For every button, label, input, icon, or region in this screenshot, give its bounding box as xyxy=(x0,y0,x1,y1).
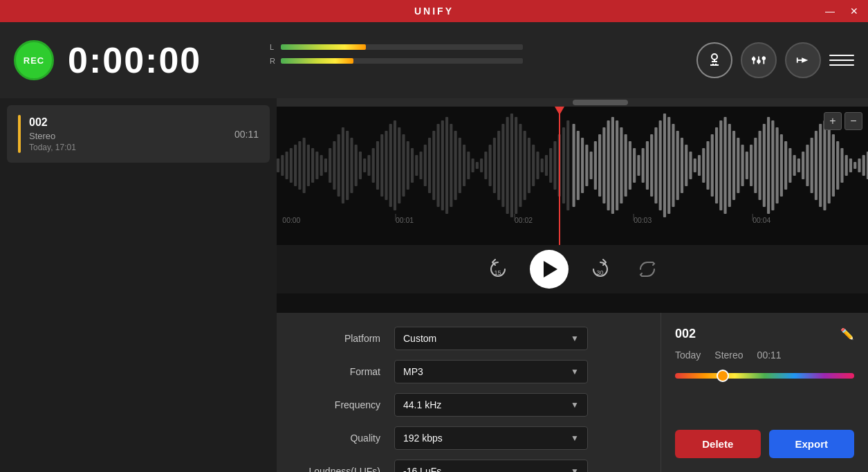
output-button[interactable] xyxy=(785,42,821,78)
svg-rect-29 xyxy=(338,134,340,197)
frequency-label: Frequency xyxy=(297,399,380,410)
svg-rect-42 xyxy=(394,120,396,210)
svg-rect-44 xyxy=(402,134,405,197)
eq-button[interactable] xyxy=(741,42,777,78)
svg-rect-75 xyxy=(536,152,539,179)
zoom-out-button[interactable]: − xyxy=(844,112,862,130)
svg-point-11 xyxy=(763,57,766,60)
skip-back-15-button[interactable]: 15 xyxy=(483,254,513,284)
rec-button[interactable]: REC xyxy=(14,40,54,80)
svg-rect-136 xyxy=(802,152,804,179)
color-slider-container[interactable] xyxy=(675,369,854,383)
svg-rect-138 xyxy=(811,138,813,193)
format-select[interactable]: MP3 ▼ xyxy=(394,360,588,383)
svg-rect-99 xyxy=(642,148,645,183)
svg-rect-79 xyxy=(553,141,556,190)
svg-point-0 xyxy=(712,54,717,60)
svg-rect-76 xyxy=(541,158,544,172)
svg-rect-45 xyxy=(407,141,409,190)
svg-rect-126 xyxy=(759,131,761,200)
svg-rect-47 xyxy=(415,155,418,176)
svg-rect-68 xyxy=(506,117,509,214)
svg-rect-73 xyxy=(528,138,530,193)
svg-rect-28 xyxy=(333,141,335,190)
recording-indicator xyxy=(18,115,21,153)
svg-rect-91 xyxy=(607,120,610,210)
svg-rect-122 xyxy=(741,145,744,186)
play-button[interactable] xyxy=(530,250,569,289)
svg-rect-95 xyxy=(625,134,627,197)
svg-rect-93 xyxy=(616,120,618,210)
loudness-chevron-icon: ▼ xyxy=(571,466,579,472)
svg-rect-121 xyxy=(737,138,739,193)
recording-duration: 00:11 xyxy=(234,129,259,140)
recording-info: 002 Stereo Today, 17:01 xyxy=(29,116,226,152)
mic-mixer-button[interactable] xyxy=(696,42,732,78)
svg-rect-130 xyxy=(776,127,779,203)
svg-rect-27 xyxy=(329,148,331,183)
svg-rect-61 xyxy=(476,162,479,169)
scroll-strip[interactable] xyxy=(277,98,868,107)
format-value: MP3 xyxy=(403,366,423,377)
menu-button[interactable] xyxy=(829,48,854,73)
svg-rect-110 xyxy=(689,152,692,179)
color-slider-thumb[interactable] xyxy=(717,370,729,382)
frequency-value: 44.1 kHz xyxy=(403,399,441,410)
svg-rect-70 xyxy=(515,117,517,214)
svg-rect-37 xyxy=(372,148,375,183)
recording-item[interactable]: 002 Stereo Today, 17:01 00:11 xyxy=(7,105,270,163)
loop-button[interactable] xyxy=(632,254,663,284)
platform-chevron-icon: ▼ xyxy=(571,334,579,343)
sidebar: 002 Stereo Today, 17:01 00:11 xyxy=(0,98,277,472)
svg-rect-50 xyxy=(428,138,431,193)
meter-r-bg xyxy=(281,58,523,64)
quality-value: 192 kbps xyxy=(403,433,443,444)
svg-rect-74 xyxy=(532,145,535,186)
svg-rect-31 xyxy=(346,131,349,200)
minimize-button[interactable]: — xyxy=(821,4,839,18)
svg-rect-149 xyxy=(858,158,860,172)
svg-rect-54 xyxy=(445,117,448,214)
svg-rect-109 xyxy=(685,145,687,186)
delete-button[interactable]: Delete xyxy=(675,430,761,458)
zoom-in-button[interactable]: + xyxy=(824,112,842,130)
svg-rect-83 xyxy=(573,124,575,207)
svg-rect-142 xyxy=(828,127,831,203)
svg-rect-21 xyxy=(303,138,306,193)
svg-rect-25 xyxy=(320,155,323,176)
svg-rect-62 xyxy=(480,158,483,172)
svg-rect-137 xyxy=(806,145,809,186)
quality-select[interactable]: 192 kbps ▼ xyxy=(394,426,588,450)
window-controls: — ✕ xyxy=(821,4,862,18)
svg-rect-102 xyxy=(654,127,657,203)
title-bar: UNIFY — ✕ xyxy=(0,0,868,22)
loudness-select[interactable]: -16 LuFs ▼ xyxy=(394,460,588,472)
svg-rect-60 xyxy=(472,158,474,172)
recording-name: 002 xyxy=(29,116,226,129)
info-panel: 002 ✏️ Today Stereo 00:11 Delete Export xyxy=(661,313,868,472)
info-duration: 00:11 xyxy=(757,350,782,361)
info-edit-button[interactable]: ✏️ xyxy=(840,327,854,341)
export-button[interactable]: Export xyxy=(769,430,855,458)
zoom-controls: + − xyxy=(824,112,862,130)
svg-rect-32 xyxy=(350,138,353,193)
info-date: Today xyxy=(675,350,701,361)
svg-rect-77 xyxy=(545,155,548,176)
svg-rect-96 xyxy=(629,141,631,190)
svg-rect-41 xyxy=(389,124,392,207)
close-button[interactable]: ✕ xyxy=(846,4,862,18)
meter-l-row: L xyxy=(270,43,523,51)
frequency-select[interactable]: 44.1 kHz ▼ xyxy=(394,393,588,417)
svg-rect-84 xyxy=(577,131,580,200)
platform-select[interactable]: Custom ▼ xyxy=(394,327,588,350)
skip-forward-30-button[interactable]: 30 xyxy=(585,254,616,284)
format-chevron-icon: ▼ xyxy=(571,367,579,376)
svg-rect-65 xyxy=(493,138,496,193)
svg-rect-39 xyxy=(380,134,383,197)
svg-rect-132 xyxy=(784,141,787,190)
svg-rect-63 xyxy=(484,152,487,179)
svg-rect-117 xyxy=(719,120,722,210)
scroll-thumb[interactable] xyxy=(573,100,628,105)
svg-rect-143 xyxy=(832,134,835,197)
svg-rect-30 xyxy=(342,127,344,203)
